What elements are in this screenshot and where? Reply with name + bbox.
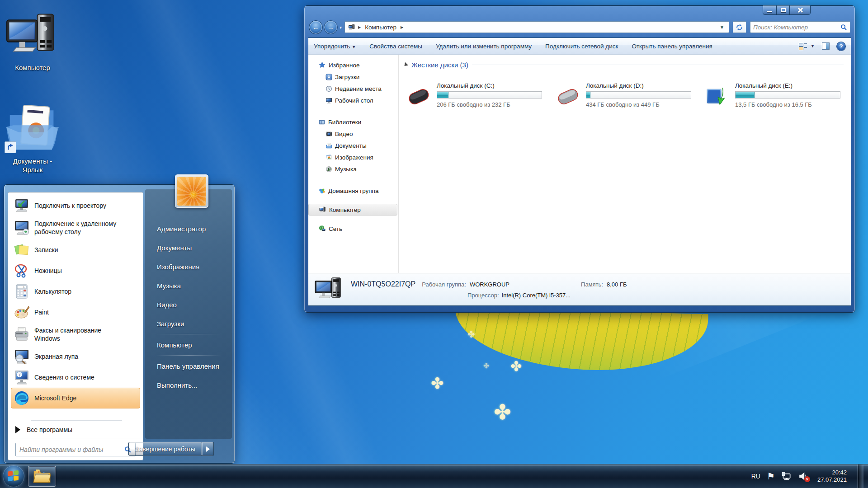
address-dropdown-icon[interactable]: ▼ — [716, 25, 728, 30]
history-dropdown-icon[interactable]: ▾ — [340, 25, 342, 30]
sidebar-item-video[interactable]: Видео — [308, 128, 398, 140]
start-menu: Подключить к проектору Подключение к уда… — [4, 184, 235, 464]
user-avatar[interactable] — [175, 174, 208, 208]
drive-tile-c[interactable]: Локальный диск (C:) 206 ГБ свободно из 2… — [404, 80, 548, 112]
address-bar[interactable]: ▶ Компьютер ▶ ▼ — [344, 21, 729, 33]
divider — [11, 438, 140, 438]
chevron-down-icon: ▼ — [811, 44, 815, 48]
start-link-music[interactable]: Музыка — [145, 276, 232, 295]
drive-name: Локальный диск (D:) — [586, 82, 697, 89]
forward-button[interactable]: → — [324, 20, 338, 34]
program-fax-scan[interactable]: Факсы и сканирование Windows — [11, 323, 140, 346]
group-header-line — [472, 65, 844, 65]
back-button[interactable]: ← — [309, 20, 323, 34]
program-paint[interactable]: Paint — [11, 302, 140, 323]
start-link-control-panel[interactable]: Панель управления — [145, 357, 232, 375]
program-remote-desktop[interactable]: Подключение к удаленному рабочему столу — [11, 216, 140, 239]
start-link-pictures[interactable]: Изображения — [145, 257, 232, 276]
taskbar-explorer-button[interactable] — [28, 466, 56, 487]
titlebar[interactable] — [308, 6, 851, 19]
sidebar-item-music[interactable]: Музыка — [308, 163, 398, 175]
change-view-button[interactable]: ▼ — [799, 42, 815, 50]
start-link-downloads[interactable]: Загрузки — [145, 314, 232, 333]
start-link-video[interactable]: Видео — [145, 295, 232, 314]
sidebar-item-documents[interactable]: Документы — [308, 140, 398, 151]
search-box[interactable] — [750, 21, 850, 33]
close-button[interactable] — [790, 5, 811, 15]
sidebar-item-favorites[interactable]: Избранное — [308, 59, 398, 71]
homegroup-icon — [318, 188, 326, 194]
drive-name: Локальный диск (E:) — [735, 82, 846, 89]
start-search-input[interactable] — [19, 446, 124, 453]
sidebar-item-downloads[interactable]: Загрузки — [308, 71, 398, 83]
cpu-label: Процессор: — [467, 291, 499, 299]
program-snipping-tool[interactable]: Ножницы — [11, 260, 140, 281]
drive-usage-bar — [437, 91, 542, 99]
sidebar-item-computer[interactable]: Компьютер — [308, 204, 397, 216]
system-info-icon — [14, 369, 30, 385]
taskbar-clock[interactable]: 20:42 27.07.2021 — [815, 469, 849, 483]
documents-library-icon — [326, 142, 332, 149]
uninstall-program-button[interactable]: Удалить или изменить программу — [436, 43, 532, 50]
start-link-computer[interactable]: Компьютер — [145, 335, 232, 354]
sidebar-item-desktop[interactable]: Рабочий стол — [308, 94, 398, 106]
breadcrumb-arrow-icon[interactable]: ▶ — [358, 25, 361, 29]
drive-tile-e[interactable]: Локальный диск (E:) 13,5 ГБ свободно из … — [703, 80, 846, 112]
program-system-info[interactable]: Сведения о системе — [11, 367, 140, 388]
divider — [156, 355, 221, 356]
desktop-icon-documents-shortcut[interactable]: Документы - Ярлык — [1, 100, 64, 174]
start-search-box[interactable] — [15, 443, 136, 456]
language-indicator[interactable]: RU — [751, 473, 760, 480]
program-microsoft-edge[interactable]: Microsoft Edge — [11, 388, 140, 408]
avatar-flower-picture — [177, 177, 206, 206]
system-properties-button[interactable]: Свойства системы — [369, 43, 422, 50]
video-library-icon — [326, 131, 332, 137]
program-sticky-notes[interactable]: Записки — [11, 239, 140, 260]
search-icon[interactable] — [840, 24, 847, 31]
sidebar-item-homegroup[interactable]: Домашняя группа — [308, 185, 398, 197]
shutdown-options-button[interactable] — [202, 442, 214, 456]
drive-tile-d[interactable]: Локальный диск (D:) 434 ГБ свободно из 4… — [553, 80, 697, 112]
action-center-flag-icon[interactable]: ⚑ — [767, 471, 775, 482]
program-connect-projector[interactable]: Подключить к проектору — [11, 195, 140, 216]
desktop-icon-computer[interactable]: Компьютер — [1, 6, 64, 72]
help-button[interactable]: ? — [837, 42, 845, 51]
pictures-library-icon — [326, 154, 332, 161]
maximize-button[interactable] — [776, 5, 790, 15]
program-calculator[interactable]: Калькулятор — [11, 281, 140, 302]
screen-magnifier-icon — [14, 348, 30, 365]
start-link-documents[interactable]: Документы — [145, 238, 232, 257]
shutdown-button[interactable]: Завершение работы — [128, 442, 202, 456]
preview-pane-button[interactable] — [822, 42, 830, 50]
open-control-panel-button[interactable]: Открыть панель управления — [632, 43, 712, 50]
search-input[interactable] — [753, 24, 840, 31]
refresh-button[interactable] — [733, 21, 746, 33]
breadcrumb-arrow-icon[interactable]: ▶ — [401, 25, 403, 29]
drive-free-space: 434 ГБ свободно из 449 ГБ — [586, 101, 697, 108]
network-tray-icon[interactable] — [781, 472, 792, 481]
breadcrumb-computer[interactable]: Компьютер — [363, 24, 398, 31]
show-desktop-button[interactable] — [858, 465, 863, 488]
map-network-drive-button[interactable]: Подключить сетевой диск — [545, 43, 618, 50]
sidebar-item-network[interactable]: Сеть — [308, 223, 398, 235]
sidebar-item-pictures[interactable]: Изображения — [308, 151, 398, 163]
paint-icon — [14, 304, 30, 320]
computer-name: WIN-0TQ5O22I7QP — [351, 280, 415, 288]
start-link-run[interactable]: Выполнить... — [145, 375, 232, 394]
group-header-hard-disks[interactable]: Жесткие диски (3) — [403, 61, 846, 69]
sidebar-item-libraries[interactable]: Библиотеки — [308, 116, 398, 128]
recent-places-icon — [326, 85, 332, 92]
start-link-user[interactable]: Администратор — [145, 219, 232, 238]
start-button[interactable] — [3, 465, 24, 487]
minimize-button[interactable] — [763, 5, 776, 15]
close-icon — [797, 7, 803, 13]
collapse-triangle-icon[interactable] — [403, 62, 408, 67]
divider — [31, 420, 122, 421]
sidebar-item-recent-places[interactable]: Недавние места — [308, 83, 398, 94]
drive-c-icon — [404, 80, 433, 112]
all-programs-button[interactable]: Все программы — [11, 422, 140, 437]
program-magnifier[interactable]: Экранная лупа — [11, 346, 140, 367]
drive-name: Локальный диск (C:) — [437, 82, 548, 89]
organize-menu[interactable]: Упорядочить▼ — [314, 43, 356, 50]
volume-muted-icon[interactable]: ✕ — [798, 472, 808, 481]
